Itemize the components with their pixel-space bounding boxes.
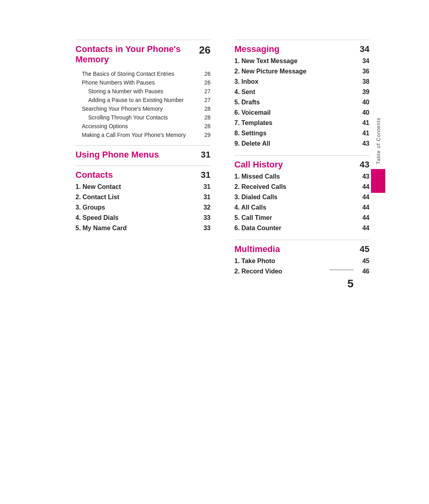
multimedia-title: Multimedia bbox=[234, 244, 280, 254]
contacts-subsection-pagenum: 31 bbox=[201, 170, 211, 180]
toc-entry: Phone Numbers With Pauses 26 bbox=[75, 79, 211, 86]
call-history-section: Call History 43 bbox=[234, 155, 369, 170]
item-label: 2. Contact List bbox=[75, 194, 201, 201]
entry-num: 26 bbox=[201, 71, 211, 77]
content-area: Contacts in Your Phone's Memory 26 The B… bbox=[75, 40, 369, 278]
list-item: 3. Inbox38 bbox=[234, 78, 369, 85]
item-num: 33 bbox=[201, 225, 211, 232]
list-item: 3. Dialed Calls44 bbox=[234, 194, 369, 201]
contacts-subsection-header: Contacts 31 bbox=[75, 170, 211, 180]
messaging-pagenum: 34 bbox=[360, 44, 369, 54]
page-number: 5 bbox=[347, 277, 354, 290]
entry-label: Storing a Number with Pauses bbox=[88, 88, 201, 94]
entry-label: Adding a Pause to an Existing Number bbox=[88, 97, 201, 103]
left-column: Contacts in Your Phone's Memory 26 The B… bbox=[75, 40, 211, 278]
list-item: 5. Call Timer44 bbox=[234, 214, 369, 221]
entry-num: 26 bbox=[201, 79, 211, 86]
contacts-memory-pagenum: 26 bbox=[199, 44, 211, 56]
list-item: 4. Sent39 bbox=[234, 88, 369, 96]
entry-num: 28 bbox=[201, 106, 211, 112]
toc-entry: Scrolling Through Your Contacts 28 bbox=[75, 114, 211, 121]
page: Contacts in Your Phone's Memory 26 The B… bbox=[44, 0, 385, 310]
item-label: 5. My Name Card bbox=[75, 225, 201, 232]
messaging-title: Messaging bbox=[234, 44, 280, 54]
list-item: 3. Groups 32 bbox=[75, 204, 211, 211]
messaging-section: Messaging 34 bbox=[234, 40, 369, 54]
entry-num: 28 bbox=[201, 114, 211, 121]
list-item: 4. All Calls44 bbox=[234, 204, 369, 211]
item-label: 4. Speed Dials bbox=[75, 214, 201, 221]
item-label: 1. New Contact bbox=[75, 183, 201, 190]
entry-label: Phone Numbers With Pauses bbox=[82, 79, 201, 86]
list-item: 5. Drafts40 bbox=[234, 99, 369, 106]
sidebar-tab-text: Table of Contents bbox=[375, 117, 381, 164]
call-history-title: Call History bbox=[234, 160, 283, 170]
multimedia-section: Multimedia 45 bbox=[234, 240, 369, 254]
contacts-memory-section: Contacts in Your Phone's Memory 26 bbox=[75, 40, 211, 65]
entry-label: Accessing Options bbox=[82, 123, 201, 129]
toc-entry: The Basics of Storing Contact Entries 26 bbox=[75, 71, 211, 77]
entry-label: Making a Call From Your Phone's Memory bbox=[82, 132, 201, 138]
phone-menus-title: Using Phone Menus bbox=[75, 150, 159, 160]
entry-num: 28 bbox=[201, 123, 211, 129]
call-history-pagenum: 43 bbox=[360, 160, 369, 170]
sidebar-tab-marker bbox=[371, 169, 385, 193]
list-item: 8. Settings41 bbox=[234, 130, 369, 137]
list-item: 1. New Contact 31 bbox=[75, 183, 211, 190]
contacts-memory-entries: The Basics of Storing Contact Entries 26… bbox=[75, 71, 211, 138]
entry-num: 27 bbox=[201, 97, 211, 103]
item-num: 31 bbox=[201, 194, 211, 201]
sidebar-tab-block: Table of Contents bbox=[371, 117, 385, 192]
item-num: 32 bbox=[201, 204, 211, 211]
contacts-memory-title2: Memory bbox=[75, 54, 109, 64]
multimedia-items: 1. Take Photo45 2. Record Video46 bbox=[234, 258, 369, 275]
list-item: 9. Delete All43 bbox=[234, 140, 369, 147]
list-item: 6. Data Counter44 bbox=[234, 225, 369, 232]
list-item: 2. Received Calls44 bbox=[234, 183, 369, 190]
list-item: 1. Take Photo45 bbox=[234, 258, 369, 265]
call-history-items: 1. Missed Calls43 2. Received Calls44 3.… bbox=[234, 173, 369, 232]
entry-label: Searching Your Phone's Memory bbox=[82, 106, 201, 112]
multimedia-pagenum: 45 bbox=[360, 244, 369, 254]
list-item: 5. My Name Card 33 bbox=[75, 225, 211, 232]
entry-label: The Basics of Storing Contact Entries bbox=[82, 71, 201, 77]
right-column: Messaging 34 1. New Text Message34 2. Ne… bbox=[234, 40, 369, 278]
toc-entry: Accessing Options 28 bbox=[75, 123, 211, 129]
toc-entry: Searching Your Phone's Memory 28 bbox=[75, 106, 211, 112]
toc-entry: Adding a Pause to an Existing Number 27 bbox=[75, 97, 211, 103]
messaging-items: 1. New Text Message34 2. New Picture Mes… bbox=[234, 58, 369, 147]
list-item: 1. New Text Message34 bbox=[234, 58, 369, 65]
entry-label: Scrolling Through Your Contacts bbox=[88, 114, 201, 121]
list-item: 4. Speed Dials 33 bbox=[75, 214, 211, 221]
contacts-memory-title: Contacts in Your Phone's bbox=[75, 44, 181, 54]
list-item: 6. Voicemail40 bbox=[234, 109, 369, 116]
contacts-subsection: Contacts 31 1. New Contact 31 2. Contact… bbox=[75, 165, 211, 232]
item-label: 3. Groups bbox=[75, 204, 201, 211]
list-item: 7. Templates41 bbox=[234, 119, 369, 127]
list-item: 2. New Picture Message36 bbox=[234, 68, 369, 75]
entry-num: 27 bbox=[201, 88, 211, 94]
phone-menus-section: Using Phone Menus 31 bbox=[75, 145, 211, 160]
bottom-line-decoration bbox=[330, 269, 354, 270]
item-num: 31 bbox=[201, 183, 211, 190]
entry-num: 29 bbox=[201, 132, 211, 138]
list-item: 2. Contact List 31 bbox=[75, 194, 211, 201]
item-num: 33 bbox=[201, 214, 211, 221]
toc-entry: Storing a Number with Pauses 27 bbox=[75, 88, 211, 94]
toc-entry: Making a Call From Your Phone's Memory 2… bbox=[75, 132, 211, 138]
list-item: 1. Missed Calls43 bbox=[234, 173, 369, 180]
contacts-subsection-title: Contacts bbox=[75, 170, 113, 180]
phone-menus-pagenum: 31 bbox=[201, 150, 211, 160]
list-item: 2. Record Video46 bbox=[234, 268, 369, 275]
